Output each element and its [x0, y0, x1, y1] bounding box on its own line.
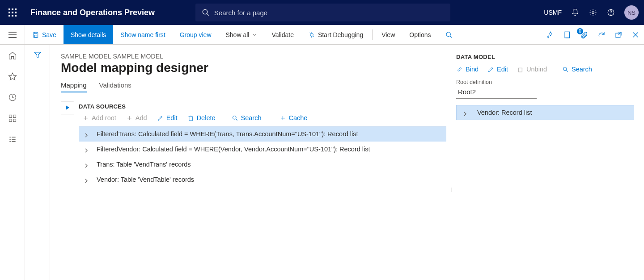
ds-search-button[interactable]: Search [232, 114, 262, 121]
refresh-icon[interactable] [597, 30, 606, 40]
personalize-icon[interactable] [546, 30, 555, 40]
page-tabs: Mapping Validations [61, 81, 446, 92]
modules-icon[interactable] [8, 135, 17, 145]
svg-point-45 [233, 116, 236, 119]
settings-icon[interactable] [589, 8, 597, 17]
filter-icon[interactable] [34, 51, 42, 60]
favorites-icon[interactable] [8, 72, 17, 82]
app-launcher-icon[interactable] [5, 5, 20, 20]
attachments-badge: 0 [577, 28, 583, 34]
page-title: Model mapping designer [61, 61, 446, 75]
filter-rail [25, 45, 50, 280]
splitter[interactable]: || [446, 53, 456, 280]
svg-marker-37 [66, 106, 69, 109]
svg-marker-17 [550, 32, 552, 36]
datasource-types-toggle[interactable] [61, 101, 74, 114]
search-icon [202, 8, 210, 17]
svg-point-15 [446, 32, 450, 36]
recent-icon[interactable] [8, 93, 17, 103]
group-view-button[interactable]: Group view [173, 25, 219, 44]
cache-button[interactable]: Cache [280, 114, 308, 121]
svg-point-51 [563, 67, 567, 71]
start-debugging-button[interactable]: Start Debugging [301, 25, 370, 44]
svg-line-1 [207, 13, 209, 16]
svg-line-52 [566, 70, 568, 71]
expand-icon[interactable] [463, 110, 467, 115]
datasource-label: Trans: Table 'VendTrans' records [97, 161, 191, 168]
dm-edit-button[interactable]: Edit [487, 66, 508, 73]
bind-button[interactable]: Bind [456, 66, 479, 73]
datasources-list: FilteredTrans: Calculated field = WHERE(… [79, 126, 446, 187]
svg-point-4 [610, 14, 611, 14]
validate-button[interactable]: Validate [264, 25, 301, 44]
expand-icon[interactable] [84, 177, 89, 182]
svg-rect-28 [9, 119, 12, 122]
debug-icon [308, 31, 315, 38]
workspaces-icon[interactable] [8, 114, 17, 124]
show-details-button[interactable]: Show details [64, 25, 113, 44]
datasource-row[interactable]: FilteredVendor: Calculated field = WHERE… [79, 142, 446, 157]
splitter-handle-icon: || [450, 187, 452, 192]
breadcrumb: SAMPLE MODEL SAMPLE MODEL [61, 53, 446, 60]
expand-icon[interactable] [84, 132, 89, 136]
save-icon [32, 31, 39, 38]
svg-point-2 [592, 12, 594, 14]
global-search-placeholder: Search for a page [214, 9, 267, 17]
datasource-row[interactable]: Trans: Table 'VendTrans' records [79, 157, 446, 172]
expand-icon[interactable] [84, 162, 89, 167]
action-bar: Save Show details Show name first Group … [0, 25, 644, 45]
page-options-icon[interactable] [563, 30, 572, 40]
svg-line-16 [450, 36, 452, 38]
delete-button[interactable]: Delete [187, 114, 216, 121]
tab-mapping[interactable]: Mapping [61, 81, 87, 92]
svg-point-0 [203, 9, 208, 14]
popout-icon[interactable] [614, 30, 623, 40]
datasource-row[interactable]: Vendor: Table 'VendTable' records [79, 172, 446, 187]
svg-marker-24 [8, 73, 16, 80]
chevron-down-icon [252, 32, 257, 38]
close-icon[interactable] [631, 30, 640, 40]
attachments-icon[interactable]: 0 [580, 30, 589, 40]
datamodel-row[interactable]: Vendor: Record list [456, 105, 634, 120]
svg-rect-8 [34, 32, 37, 33]
help-icon[interactable] [606, 8, 615, 17]
datamodel-heading: DATA MODEL [456, 54, 634, 60]
svg-line-14 [313, 36, 314, 37]
datamodel-toolbar: Bind Edit Unbind Search [456, 66, 634, 73]
svg-line-46 [236, 119, 237, 120]
root-definition-input[interactable] [456, 86, 537, 99]
svg-rect-42 [189, 117, 192, 121]
user-avatar[interactable]: NS [624, 5, 639, 20]
show-name-first-button[interactable]: Show name first [113, 25, 172, 44]
svg-line-21 [619, 32, 621, 35]
datasource-label: FilteredVendor: Calculated field = WHERE… [97, 146, 370, 153]
save-button[interactable]: Save [25, 25, 64, 44]
datasources-heading: DATA SOURCES [79, 103, 446, 110]
app-title: Finance and Operations Preview [30, 8, 155, 17]
add-button[interactable]: Add [126, 114, 147, 121]
edit-button[interactable]: Edit [157, 114, 178, 121]
view-menu[interactable]: View [374, 25, 402, 44]
legal-entity[interactable]: USMF [544, 9, 562, 16]
dm-search-button[interactable]: Search [562, 66, 592, 73]
top-bar: Finance and Operations Preview Search fo… [0, 0, 644, 25]
svg-rect-29 [13, 119, 16, 122]
svg-rect-49 [519, 68, 522, 72]
add-root-button[interactable]: Add root [82, 114, 116, 121]
nav-toggle-button[interactable] [0, 25, 25, 44]
datasource-label: Vendor: Table 'VendTable' records [97, 176, 194, 183]
svg-rect-26 [9, 115, 12, 118]
expand-icon[interactable] [84, 147, 89, 151]
unbind-button[interactable]: Unbind [517, 66, 547, 73]
show-all-dropdown[interactable]: Show all [219, 25, 265, 44]
action-search-button[interactable] [438, 25, 460, 44]
svg-rect-19 [565, 32, 570, 38]
datasource-row[interactable]: FilteredTrans: Calculated field = WHERE(… [79, 126, 446, 142]
svg-marker-18 [547, 35, 549, 38]
options-menu[interactable]: Options [402, 25, 438, 44]
tab-validations[interactable]: Validations [99, 81, 131, 92]
home-icon[interactable] [8, 51, 17, 61]
global-search[interactable]: Search for a page [195, 4, 450, 21]
page-body: SAMPLE MODEL SAMPLE MODEL Model mapping … [0, 45, 644, 280]
notifications-icon[interactable] [571, 8, 580, 17]
